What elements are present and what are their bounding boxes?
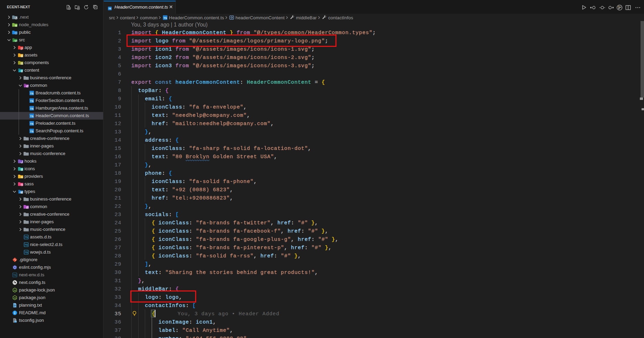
svg-text:TS: TS bbox=[14, 321, 17, 322]
svg-text:TS: TS bbox=[13, 274, 17, 276]
svg-text:JS: JS bbox=[14, 289, 16, 291]
svg-text:TS: TS bbox=[109, 7, 111, 10]
svg-text:TS: TS bbox=[25, 251, 28, 254]
svg-text:TS: TS bbox=[163, 17, 167, 20]
svg-text:TS: TS bbox=[25, 236, 28, 238]
svg-text:TS: TS bbox=[30, 92, 33, 95]
svg-text:TS: TS bbox=[30, 130, 33, 133]
svg-text:TS: TS bbox=[30, 115, 33, 118]
svg-text:TS: TS bbox=[25, 244, 28, 246]
svg-text:TS: TS bbox=[30, 100, 33, 103]
svg-text:TS: TS bbox=[30, 122, 33, 125]
svg-text:TS: TS bbox=[21, 192, 23, 193]
svg-text:JS: JS bbox=[14, 297, 16, 299]
svg-text:TS: TS bbox=[30, 107, 33, 110]
